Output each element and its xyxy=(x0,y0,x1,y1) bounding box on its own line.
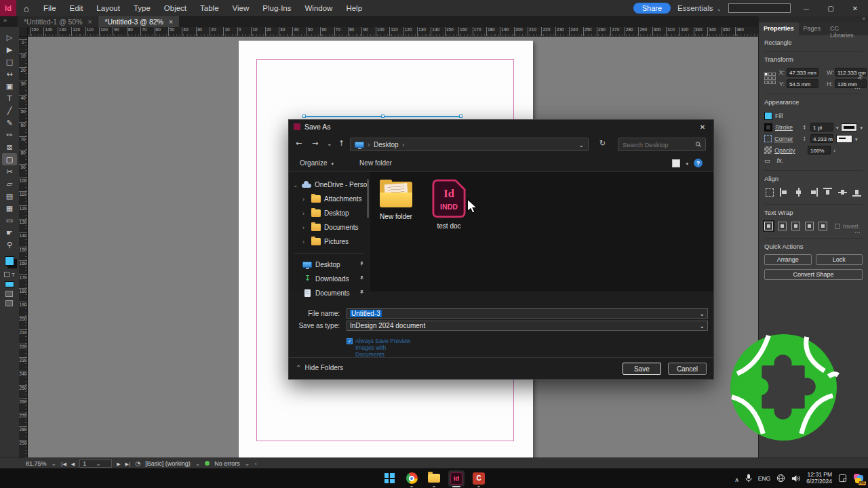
pen-tool[interactable]: ✎ xyxy=(2,117,17,129)
file-list[interactable]: New folder Id INDD test doc xyxy=(370,172,713,291)
type-tool[interactable]: T xyxy=(2,92,17,104)
page-number-select[interactable]: 1 xyxy=(79,460,112,468)
chevron-icon[interactable] xyxy=(293,182,298,188)
home-icon[interactable] xyxy=(16,3,37,14)
align-bottom-icon[interactable] xyxy=(852,188,861,197)
refresh-icon[interactable] xyxy=(599,139,606,148)
restore-button[interactable] xyxy=(822,4,840,12)
forward-icon[interactable] xyxy=(312,139,318,148)
chrome-taskbar-button[interactable] xyxy=(403,470,420,487)
wrap-jump-column-icon[interactable] xyxy=(818,222,827,230)
capture-app-taskbar-button[interactable] xyxy=(471,470,487,487)
menu-item[interactable]: Help xyxy=(339,0,369,16)
corner-options-icon[interactable]: ▭ xyxy=(764,157,770,164)
corner-style-preview[interactable] xyxy=(836,135,852,143)
align-left-icon[interactable] xyxy=(780,188,789,197)
zoom-dropdown-icon[interactable] xyxy=(52,460,57,467)
save-type-dropdown-icon[interactable] xyxy=(699,322,705,329)
sidebar-tree-item[interactable]: Pictures xyxy=(293,235,370,249)
selection-handle[interactable] xyxy=(381,115,384,118)
tray-overflow-icon[interactable] xyxy=(734,472,739,485)
file-explorer-taskbar-button[interactable] xyxy=(426,470,442,487)
fill-swatch[interactable] xyxy=(764,112,772,120)
corner-style-dropdown-icon[interactable] xyxy=(855,136,858,142)
selection-handle[interactable] xyxy=(302,115,306,118)
save-button[interactable]: Save xyxy=(623,363,661,375)
sidebar-quick-item[interactable]: Desktop xyxy=(293,258,370,272)
align-center-vertical-icon[interactable] xyxy=(838,188,847,197)
reference-point-grid[interactable] xyxy=(764,73,778,84)
file-name-dropdown-icon[interactable] xyxy=(699,310,705,317)
content-collector-tool[interactable]: ▣ xyxy=(2,80,17,92)
save-type-select[interactable]: InDesign 2024 document xyxy=(347,321,708,331)
effects-label[interactable]: fx. xyxy=(777,157,784,164)
minimize-button[interactable] xyxy=(797,4,815,12)
stroke-weight-input[interactable]: 1 pt xyxy=(810,123,833,131)
corner-radius-input[interactable]: 4.233 mm xyxy=(810,134,833,143)
apply-color-swatch[interactable] xyxy=(5,281,14,287)
menu-item[interactable]: View xyxy=(226,0,256,16)
direct-selection-tool[interactable]: ▶ xyxy=(2,43,17,56)
sidebar-tree-item[interactable]: Desktop xyxy=(293,206,370,220)
align-right-icon[interactable] xyxy=(809,188,818,197)
chevron-icon[interactable] xyxy=(302,239,308,245)
new-folder-button[interactable]: New folder xyxy=(359,159,392,167)
share-button[interactable]: Share xyxy=(633,3,671,14)
menu-item[interactable]: Table xyxy=(193,0,226,16)
panel-tab[interactable]: Pages xyxy=(799,22,826,35)
panel-tab[interactable]: CC Libraries xyxy=(825,22,868,35)
lock-button[interactable]: Lock xyxy=(816,254,863,265)
sidebar-tree-item[interactable]: Documents xyxy=(293,220,370,235)
dialog-title-bar[interactable]: Save As xyxy=(289,120,713,134)
fill-color-swatch[interactable] xyxy=(5,256,14,266)
gradient-tool[interactable]: ▤ xyxy=(2,190,17,202)
organize-dropdown-icon[interactable] xyxy=(332,159,334,167)
arrange-button[interactable]: Arrange xyxy=(764,254,812,265)
preflight-dropdown-icon[interactable] xyxy=(195,460,201,467)
up-icon[interactable] xyxy=(338,139,344,148)
menu-item[interactable]: File xyxy=(37,0,63,16)
first-page-icon[interactable] xyxy=(61,460,66,467)
line-tool[interactable]: ╱ xyxy=(2,104,17,117)
document-tab[interactable]: *Untitled-1 @ 50% xyxy=(18,16,98,27)
wrap-bounding-box-icon[interactable] xyxy=(778,222,787,230)
search-input[interactable] xyxy=(623,141,696,148)
previous-page-icon[interactable] xyxy=(71,460,75,467)
opacity-label[interactable]: Opacity xyxy=(774,147,800,154)
align-to-icon[interactable] xyxy=(766,188,774,197)
wrap-none-icon[interactable] xyxy=(764,222,773,230)
cancel-button[interactable]: Cancel xyxy=(668,363,707,375)
stroke-style-preview[interactable] xyxy=(841,123,857,131)
align-center-horizontal-icon[interactable] xyxy=(794,188,803,197)
selection-tool[interactable]: ▷ xyxy=(2,31,17,43)
align-top-icon[interactable] xyxy=(823,188,832,197)
opacity-expand-icon[interactable] xyxy=(833,147,836,154)
stroke-swatch[interactable] xyxy=(764,123,772,131)
clock[interactable]: 12:31 PM 6/27/2024 xyxy=(806,472,832,485)
zoom-tool[interactable]: ⚲ xyxy=(2,239,17,251)
menu-item[interactable]: Type xyxy=(127,0,157,16)
next-page-icon[interactable] xyxy=(117,460,120,467)
chevron-icon[interactable] xyxy=(302,196,308,203)
start-button[interactable] xyxy=(381,470,397,487)
language-indicator[interactable]: ENG xyxy=(758,475,770,482)
sidebar-tree-item[interactable]: OneDrive - Perso xyxy=(293,178,370,192)
pencil-tool[interactable]: ✏ xyxy=(2,129,17,141)
recent-locations-icon[interactable] xyxy=(327,139,332,147)
y-input[interactable]: 54.5 mm xyxy=(787,79,818,88)
free-transform-tool[interactable]: ▱ xyxy=(2,178,17,190)
speaker-icon[interactable] xyxy=(791,474,800,483)
gap-tool[interactable]: ↔ xyxy=(2,68,17,80)
errors-dropdown-icon[interactable] xyxy=(245,460,250,467)
preflight-profile[interactable]: [Basic] (working) xyxy=(145,460,191,467)
scrollbar-left-icon[interactable] xyxy=(254,460,257,467)
convert-shape-button[interactable]: Convert Shape xyxy=(764,269,863,280)
panel-expander-icon[interactable] xyxy=(3,17,7,24)
tab-close-icon[interactable] xyxy=(169,18,173,26)
file-name-input[interactable]: Untitled-3 xyxy=(347,308,708,319)
wrap-jump-object-icon[interactable] xyxy=(805,222,814,230)
screen-mode-normal-icon[interactable] xyxy=(5,291,13,297)
x-input[interactable]: 47.333 mm xyxy=(787,68,818,77)
gradient-feather-tool[interactable]: ▦ xyxy=(2,202,17,214)
h-input[interactable]: 126 mm xyxy=(835,79,867,88)
